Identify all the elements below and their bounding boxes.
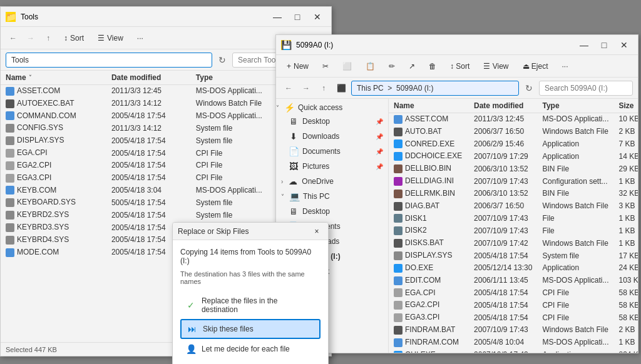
file-size: 14 KB [613, 150, 638, 163]
pin-icon4: 📌 [376, 163, 383, 170]
s5099-new-btn[interactable]: + New [281, 58, 314, 75]
sidebar-item-quick-access[interactable]: ˅ ⚡ Quick access [276, 101, 388, 114]
table-row[interactable]: AUTO.BAT 2006/3/7 16:50 Windows Batch Fi… [389, 125, 638, 138]
file-date: 2005/4/8 10:04 [469, 336, 537, 348]
table-row[interactable]: EGA3.CPI 2005/4/18 17:54 CPI File 58 KB [389, 311, 638, 324]
table-row[interactable]: DISKS.BAT 2007/10/9 17:42 Windows Batch … [389, 237, 638, 250]
table-row[interactable]: EGA2.CPI 2005/4/18 17:54 CPI File 58 KB [389, 299, 638, 311]
drive-icon: 💾 [281, 40, 291, 50]
s5099-rename-btn[interactable]: ✏ [383, 58, 401, 75]
s5099-back-btn[interactable]: ← [281, 81, 296, 96]
s5099-down-btn[interactable]: ⬛ [334, 81, 349, 96]
table-row[interactable]: EGA.CPI 2005/4/18 17:54 CPI File 58 KB [389, 286, 638, 299]
replace-label: Replace the files in the destination [202, 296, 315, 314]
col-date[interactable]: Date modified [106, 71, 191, 85]
file-name: EGA2.CPI [389, 299, 469, 311]
s5099-up-btn[interactable]: ↑ [316, 81, 331, 96]
file-date: 2005/4/18 17:54 [469, 286, 537, 299]
tools-more-btn[interactable]: ··· [131, 29, 149, 47]
tools-close-btn[interactable]: ✕ [309, 11, 326, 23]
s5099-maximize-btn[interactable]: □ [595, 39, 613, 51]
s5099-refresh-btn[interactable]: ↻ [521, 81, 536, 96]
table-row[interactable]: EDIT.COM 2006/1/11 13:45 MS-DOS Applicat… [389, 274, 638, 286]
sidebar-item-onedrive[interactable]: › ☁ OneDrive [276, 174, 388, 189]
table-row[interactable]: DIAG.BAT 2006/3/7 16:50 Windows Batch Fi… [389, 200, 638, 212]
s5099-delete-btn[interactable]: 🗑 [423, 58, 442, 75]
tools-back-btn[interactable]: ← [6, 31, 21, 46]
table-row[interactable]: FINDRAM.COM 2005/4/8 10:04 MS-DOS Applic… [389, 336, 638, 348]
tools-view-btn[interactable]: ☰ View [92, 29, 129, 47]
tools-up-btn[interactable]: ↑ [41, 31, 56, 46]
pin-icon3: 📌 [376, 148, 383, 155]
s5099-col-type[interactable]: Type [537, 99, 613, 113]
table-row[interactable]: DELLDIAG.INI 2007/10/9 17:43 Configurati… [389, 175, 638, 188]
sidebar-item-downloads[interactable]: ⬇ Downloads 📌 [276, 129, 388, 144]
s5099-file-scroll[interactable]: Name Date modified Type Size ASSET.COM 2… [389, 99, 638, 353]
dialog-option-replace[interactable]: ✓ Replace the files in the destination [180, 293, 320, 318]
s5099-col-size[interactable]: Size [613, 99, 638, 113]
s5099-forward-btn[interactable]: → [299, 81, 314, 96]
table-row[interactable]: CONRED.EXE 2006/2/9 15:46 Application 7 … [389, 138, 638, 150]
tools-forward-btn[interactable]: → [23, 31, 38, 46]
file-date: 2006/3/10 13:52 [469, 163, 537, 175]
file-date: 2005/4/18 17:54 [106, 171, 191, 184]
table-row[interactable]: DELLRMK.BIN 2006/3/10 13:52 BIN File 32 … [389, 187, 638, 200]
file-date: 2011/3/3 14:12 [106, 122, 191, 134]
table-row[interactable]: DELLBIO.BIN 2006/3/10 13:52 BIN File 29 … [389, 163, 638, 175]
file-size: 17 KB [613, 250, 638, 262]
file-name: KEYBRD4.SYS [1, 233, 106, 246]
s5099-paste-btn[interactable]: 📋 [360, 58, 381, 75]
quick-access-icon: ⚡ [284, 103, 294, 113]
file-date: 2011/3/3 12:45 [106, 85, 191, 98]
file-type: File [537, 212, 613, 225]
this-pc-icon: 💻 [289, 191, 299, 201]
file-type: Application [537, 150, 613, 163]
file-size: 7 KB [613, 138, 638, 150]
s5099-close-btn[interactable]: ✕ [615, 39, 633, 51]
s5099-view-btn[interactable]: ☰ View [478, 58, 514, 75]
dialog-body: Copying 14 items from Tools to 5099A0 (I… [173, 240, 328, 364]
file-name: DIAG.BAT [389, 200, 469, 212]
s5099-cut-btn[interactable]: ✂ [317, 58, 334, 75]
s5099-sort-btn[interactable]: ↕ Sort [444, 58, 475, 75]
col-name[interactable]: Name ˅ [1, 71, 106, 85]
file-type: MS-DOS Applicati... [537, 113, 613, 126]
s5099-eject-btn[interactable]: ⏏ Eject [517, 58, 554, 75]
s5099-minimize-btn[interactable]: — [575, 39, 593, 51]
dialog-option-decide[interactable]: 👤 Let me decide for each file [180, 340, 320, 358]
s5099-col-date[interactable]: Date modified [469, 99, 537, 113]
file-date: 2006/2/9 15:46 [469, 138, 537, 150]
s5099-address-input[interactable] [351, 81, 519, 96]
dialog-close-btn[interactable]: × [310, 225, 323, 238]
table-row[interactable]: DDCHOICE.EXE 2007/10/9 17:29 Application… [389, 150, 638, 163]
tools-address-input[interactable] [6, 53, 212, 68]
s5099-search-input[interactable] [539, 81, 633, 96]
pictures-icon: 🖼 [289, 161, 299, 171]
table-row[interactable]: DO.EXE 2005/12/14 13:30 Application 24 K… [389, 261, 638, 274]
table-row[interactable]: DISPLAY.SYS 2005/4/18 17:54 System file … [389, 250, 638, 262]
table-row[interactable]: GUI.EXE 2007/10/9 17:42 Application 834 … [389, 348, 638, 353]
tools-sort-btn[interactable]: ↕ ↕ Sort [58, 29, 90, 47]
table-row[interactable]: ASSET.COM 2011/3/3 12:45 MS-DOS Applicat… [389, 113, 638, 126]
file-name: DDCHOICE.EXE [389, 150, 469, 163]
file-date: 2007/10/9 17:43 [469, 175, 537, 188]
sidebar-item-pictures[interactable]: 🖼 Pictures 📌 [276, 159, 388, 174]
s5099-more-btn[interactable]: ··· [556, 58, 574, 75]
s5099-share-btn[interactable]: ↗ [403, 58, 421, 75]
sidebar-item-pc-desktop[interactable]: 🖥 Desktop [276, 204, 388, 219]
s5099-copy-btn[interactable]: ⬜ [337, 58, 357, 75]
tools-maximize-btn[interactable]: □ [289, 11, 306, 23]
sidebar-item-this-pc[interactable]: ˅ 💻 This PC [276, 189, 388, 204]
sidebar-item-documents[interactable]: 📄 Documents 📌 [276, 144, 388, 159]
table-row[interactable]: DISK1 2007/10/9 17:43 File 1 KB [389, 212, 638, 225]
s5099-col-name[interactable]: Name [389, 99, 469, 113]
tools-refresh-btn[interactable]: ↻ [215, 53, 230, 68]
dialog-option-skip[interactable]: ⏭ Skip these files [180, 319, 320, 339]
tools-minimize-btn[interactable]: — [269, 11, 286, 23]
sidebar-item-desktop[interactable]: 🖥 Desktop 📌 [276, 114, 388, 129]
file-size: 2 KB [613, 324, 638, 336]
table-row[interactable]: DISK2 2007/10/9 17:43 File 1 KB [389, 225, 638, 237]
file-type: Application [537, 261, 613, 274]
table-row[interactable]: FINDRAM.BAT 2007/10/9 17:43 Windows Batc… [389, 324, 638, 336]
s5099-address-bar: ← → ↑ ⬛ ↻ [276, 78, 638, 99]
